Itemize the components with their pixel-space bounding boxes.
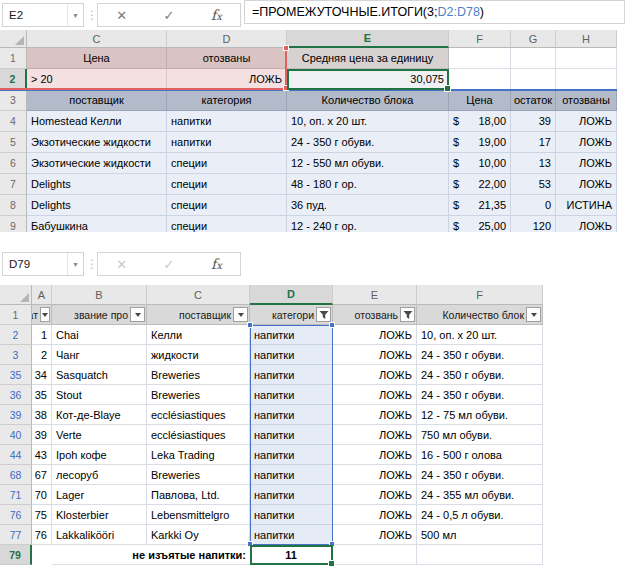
- recalled-cell[interactable]: ЛОЖЬ: [333, 405, 417, 425]
- select-all-button[interactable]: [0, 30, 27, 48]
- recalled-cell[interactable]: ЛОЖЬ: [556, 153, 617, 174]
- recalled-cell[interactable]: ЛОЖЬ: [333, 465, 417, 485]
- product-cell[interactable]: Stout: [52, 385, 147, 405]
- row-header-3[interactable]: 3: [0, 345, 32, 365]
- result-header[interactable]: Средняя цена за единицу: [287, 48, 449, 69]
- quantity-cell[interactable]: 24 - 350 г обуви.: [417, 465, 543, 485]
- table-header[interactable]: Количество блока: [287, 90, 449, 111]
- table-header[interactable]: категория: [167, 90, 287, 111]
- row-header-44[interactable]: 44: [0, 445, 32, 465]
- recalled-cell[interactable]: ЛОЖЬ: [333, 325, 417, 345]
- price-cell[interactable]: $18,00: [449, 111, 511, 132]
- cancel-icon[interactable]: ✕: [116, 257, 127, 272]
- criteria-recalled-header[interactable]: отозваны: [167, 48, 287, 69]
- table-header[interactable]: отозваны: [556, 90, 617, 111]
- stock-cell[interactable]: 120: [511, 216, 556, 232]
- supplier-cell[interactable]: жидкости: [147, 345, 250, 365]
- filter-header-B[interactable]: звание про: [52, 305, 147, 325]
- row-header-77[interactable]: 77: [0, 525, 32, 545]
- criteria-recalled-value[interactable]: ЛОЖЬ: [167, 69, 287, 90]
- column-header-C[interactable]: C: [147, 285, 250, 305]
- quantity-cell[interactable]: 24 - 350 г обуви.: [287, 132, 449, 153]
- filter-header-F[interactable]: Количество блок: [417, 305, 543, 325]
- recalled-cell[interactable]: ЛОЖЬ: [556, 132, 617, 153]
- column-header-G[interactable]: G: [511, 30, 556, 48]
- column-header-C[interactable]: C: [27, 30, 167, 48]
- quantity-cell[interactable]: 24 - 0,5 л обуви.: [417, 505, 543, 525]
- row-header-3[interactable]: 3: [0, 90, 27, 111]
- product-cell[interactable]: Verte: [52, 425, 147, 445]
- cell[interactable]: [333, 545, 417, 565]
- row-header-1[interactable]: 1: [0, 48, 27, 69]
- product-cell[interactable]: Ipoh кофе: [52, 445, 147, 465]
- row-header-71[interactable]: 71: [0, 485, 32, 505]
- product-cell[interactable]: Lakkalikööri: [52, 525, 147, 545]
- row-header-4[interactable]: 4: [0, 111, 27, 132]
- row-header-2[interactable]: 2: [0, 69, 27, 90]
- category-cell[interactable]: напитки: [167, 111, 287, 132]
- filter-header-A[interactable]: икат: [32, 305, 52, 325]
- column-header-A[interactable]: A: [32, 285, 52, 305]
- supplier-cell[interactable]: Karkki Oy: [147, 525, 250, 545]
- filter-header-D[interactable]: категори: [250, 305, 333, 325]
- quantity-cell[interactable]: 12 - 75 мл обуви.: [417, 405, 543, 425]
- quantity-cell[interactable]: 10, оп. х 20 шт.: [287, 111, 449, 132]
- supplier-cell[interactable]: Breweries: [147, 365, 250, 385]
- row-header-36[interactable]: 36: [0, 385, 32, 405]
- cell[interactable]: [449, 69, 511, 90]
- filter-button[interactable]: [316, 307, 331, 322]
- enter-icon[interactable]: ✓: [164, 8, 175, 23]
- supplier-cell[interactable]: Келли: [147, 325, 250, 345]
- stock-cell[interactable]: 53: [511, 174, 556, 195]
- recalled-cell[interactable]: ЛОЖЬ: [333, 345, 417, 365]
- product-cell[interactable]: Чанг: [52, 345, 147, 365]
- filter-button[interactable]: [130, 307, 145, 322]
- cell[interactable]: [556, 69, 617, 90]
- name-box-dropdown-icon[interactable]: ▼: [67, 253, 83, 275]
- recalled-cell[interactable]: ЛОЖЬ: [333, 525, 417, 545]
- recalled-cell[interactable]: ЛОЖЬ: [333, 425, 417, 445]
- cell[interactable]: [417, 545, 543, 565]
- id-cell[interactable]: 35: [32, 385, 52, 405]
- quantity-cell[interactable]: 12 - 240 г ор.: [287, 216, 449, 232]
- id-cell[interactable]: 70: [32, 485, 52, 505]
- id-cell[interactable]: 1: [32, 325, 52, 345]
- cell[interactable]: [449, 48, 511, 69]
- category-cell[interactable]: напитки: [167, 132, 287, 153]
- row-header-40[interactable]: 40: [0, 425, 32, 445]
- quantity-cell[interactable]: 12 - 550 мл обуви.: [287, 153, 449, 174]
- filter-button[interactable]: [233, 307, 248, 322]
- criteria-price-header[interactable]: Цена: [27, 48, 167, 69]
- supplier-cell[interactable]: ecclésiastiques: [147, 425, 250, 445]
- product-cell[interactable]: Кот-де-Blaye: [52, 405, 147, 425]
- cell[interactable]: [556, 48, 617, 69]
- recalled-cell[interactable]: ИСТИНА: [556, 195, 617, 216]
- product-cell[interactable]: Chai: [52, 325, 147, 345]
- quantity-cell[interactable]: 16 - 500 г олова: [417, 445, 543, 465]
- supplier-cell[interactable]: Delights: [27, 195, 167, 216]
- stock-cell[interactable]: 17: [511, 132, 556, 153]
- id-cell[interactable]: 67: [32, 465, 52, 485]
- price-cell[interactable]: $25,00: [449, 216, 511, 232]
- supplier-cell[interactable]: Экзотические жидкости: [27, 132, 167, 153]
- recalled-cell[interactable]: ЛОЖЬ: [556, 216, 617, 232]
- row-header-35[interactable]: 35: [0, 365, 32, 385]
- quantity-cell[interactable]: 24 - 350 г обуви.: [417, 385, 543, 405]
- row-header-9[interactable]: 9: [0, 216, 27, 232]
- supplier-cell[interactable]: ecclésiastiques: [147, 405, 250, 425]
- price-cell[interactable]: $19,00: [449, 132, 511, 153]
- id-cell[interactable]: 38: [32, 405, 52, 425]
- name-box[interactable]: E2 ▼: [2, 3, 84, 27]
- column-header-E[interactable]: E: [333, 285, 417, 305]
- supplier-cell[interactable]: Экзотические жидкости: [27, 153, 167, 174]
- stock-cell[interactable]: 13: [511, 153, 556, 174]
- price-cell[interactable]: $21,35: [449, 195, 511, 216]
- fill-handle[interactable]: [444, 85, 451, 92]
- row-header-6[interactable]: 6: [0, 153, 27, 174]
- name-box[interactable]: D79 ▼: [2, 252, 84, 276]
- table-header[interactable]: Цена: [449, 90, 511, 111]
- recalled-cell[interactable]: ЛОЖЬ: [556, 174, 617, 195]
- supplier-cell[interactable]: Breweries: [147, 385, 250, 405]
- row-header-79[interactable]: 79: [0, 545, 32, 565]
- product-cell[interactable]: лесоруб: [52, 465, 147, 485]
